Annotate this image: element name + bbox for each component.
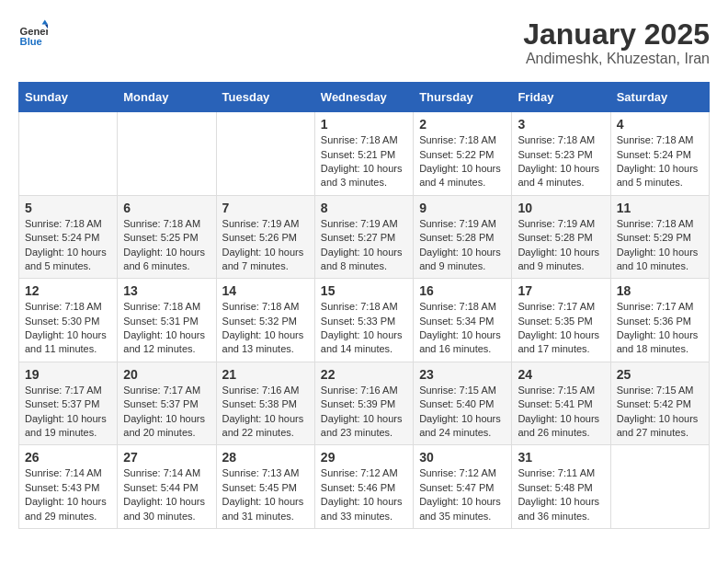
calendar-cell: 25Sunrise: 7:15 AM Sunset: 5:42 PM Dayli… <box>610 362 709 445</box>
day-number: 20 <box>123 367 210 382</box>
cell-content: Sunrise: 7:17 AM Sunset: 5:35 PM Dayligh… <box>518 300 604 357</box>
cell-content: Sunrise: 7:18 AM Sunset: 5:29 PM Dayligh… <box>617 217 703 274</box>
title-block: January 2025 Andimeshk, Khuzestan, Iran <box>523 18 710 67</box>
cell-content: Sunrise: 7:14 AM Sunset: 5:43 PM Dayligh… <box>25 466 111 523</box>
calendar-subtitle: Andimeshk, Khuzestan, Iran <box>523 51 710 67</box>
calendar-cell: 24Sunrise: 7:15 AM Sunset: 5:41 PM Dayli… <box>512 362 610 445</box>
calendar-cell <box>19 112 118 196</box>
calendar-cell: 9Sunrise: 7:19 AM Sunset: 5:28 PM Daylig… <box>414 195 512 279</box>
day-number: 4 <box>617 117 703 132</box>
calendar-title: January 2025 <box>523 18 710 51</box>
calendar-cell: 30Sunrise: 7:12 AM Sunset: 5:47 PM Dayli… <box>414 445 512 529</box>
day-number: 18 <box>617 283 703 298</box>
cell-content: Sunrise: 7:18 AM Sunset: 5:33 PM Dayligh… <box>321 300 407 357</box>
cell-content: Sunrise: 7:18 AM Sunset: 5:32 PM Dayligh… <box>222 300 309 357</box>
day-number: 27 <box>123 450 210 465</box>
week-row: 26Sunrise: 7:14 AM Sunset: 5:43 PM Dayli… <box>19 445 710 529</box>
week-row: 1Sunrise: 7:18 AM Sunset: 5:21 PM Daylig… <box>19 112 710 196</box>
cell-content: Sunrise: 7:13 AM Sunset: 5:45 PM Dayligh… <box>222 466 309 523</box>
calendar-cell: 10Sunrise: 7:19 AM Sunset: 5:28 PM Dayli… <box>512 195 610 279</box>
calendar-cell: 12Sunrise: 7:18 AM Sunset: 5:30 PM Dayli… <box>19 279 118 362</box>
calendar-cell: 29Sunrise: 7:12 AM Sunset: 5:46 PM Dayli… <box>314 445 413 529</box>
cell-content: Sunrise: 7:18 AM Sunset: 5:23 PM Dayligh… <box>518 133 604 190</box>
calendar-cell: 1Sunrise: 7:18 AM Sunset: 5:21 PM Daylig… <box>314 112 413 196</box>
day-number: 6 <box>123 201 210 215</box>
header-cell-saturday: Saturday <box>610 83 709 112</box>
calendar-cell: 6Sunrise: 7:18 AM Sunset: 5:25 PM Daylig… <box>118 195 216 279</box>
day-number: 23 <box>419 367 506 382</box>
calendar-cell: 8Sunrise: 7:19 AM Sunset: 5:27 PM Daylig… <box>314 195 413 279</box>
cell-content: Sunrise: 7:15 AM Sunset: 5:40 PM Dayligh… <box>419 384 506 441</box>
cell-content: Sunrise: 7:19 AM Sunset: 5:27 PM Dayligh… <box>321 217 407 274</box>
page-header: General Blue January 2025 Andimeshk, Khu… <box>18 18 710 67</box>
day-number: 1 <box>321 117 407 132</box>
day-number: 9 <box>419 201 506 215</box>
cell-content: Sunrise: 7:19 AM Sunset: 5:28 PM Dayligh… <box>518 217 604 274</box>
day-number: 31 <box>518 450 604 465</box>
cell-content: Sunrise: 7:18 AM Sunset: 5:22 PM Dayligh… <box>419 133 506 190</box>
day-number: 17 <box>518 283 604 298</box>
day-number: 7 <box>222 201 309 215</box>
day-number: 11 <box>617 201 703 215</box>
week-row: 12Sunrise: 7:18 AM Sunset: 5:30 PM Dayli… <box>19 279 710 362</box>
day-number: 5 <box>25 201 111 215</box>
calendar-cell: 15Sunrise: 7:18 AM Sunset: 5:33 PM Dayli… <box>314 279 413 362</box>
header-cell-friday: Friday <box>512 83 610 112</box>
calendar-cell: 22Sunrise: 7:16 AM Sunset: 5:39 PM Dayli… <box>314 362 413 445</box>
day-number: 25 <box>617 367 703 382</box>
day-number: 21 <box>222 367 309 382</box>
logo: General Blue <box>18 18 48 48</box>
header-row: SundayMondayTuesdayWednesdayThursdayFrid… <box>19 83 710 112</box>
cell-content: Sunrise: 7:18 AM Sunset: 5:31 PM Dayligh… <box>123 300 210 357</box>
calendar-cell: 23Sunrise: 7:15 AM Sunset: 5:40 PM Dayli… <box>414 362 512 445</box>
day-number: 3 <box>518 117 604 132</box>
calendar-cell: 17Sunrise: 7:17 AM Sunset: 5:35 PM Dayli… <box>512 279 610 362</box>
calendar-cell: 5Sunrise: 7:18 AM Sunset: 5:24 PM Daylig… <box>19 195 118 279</box>
header-cell-sunday: Sunday <box>19 83 118 112</box>
cell-content: Sunrise: 7:16 AM Sunset: 5:38 PM Dayligh… <box>222 384 309 441</box>
calendar-cell: 20Sunrise: 7:17 AM Sunset: 5:37 PM Dayli… <box>118 362 216 445</box>
day-number: 12 <box>25 283 111 298</box>
svg-text:Blue: Blue <box>20 36 42 47</box>
day-number: 24 <box>518 367 604 382</box>
day-number: 13 <box>123 283 210 298</box>
header-cell-thursday: Thursday <box>414 83 512 112</box>
week-row: 19Sunrise: 7:17 AM Sunset: 5:37 PM Dayli… <box>19 362 710 445</box>
calendar-cell: 7Sunrise: 7:19 AM Sunset: 5:26 PM Daylig… <box>216 195 314 279</box>
day-number: 8 <box>321 201 407 215</box>
cell-content: Sunrise: 7:11 AM Sunset: 5:48 PM Dayligh… <box>518 466 604 523</box>
day-number: 28 <box>222 450 309 465</box>
calendar-cell: 31Sunrise: 7:11 AM Sunset: 5:48 PM Dayli… <box>512 445 610 529</box>
cell-content: Sunrise: 7:18 AM Sunset: 5:25 PM Dayligh… <box>123 217 210 274</box>
calendar-cell <box>118 112 216 196</box>
cell-content: Sunrise: 7:12 AM Sunset: 5:46 PM Dayligh… <box>321 466 407 523</box>
calendar-cell: 18Sunrise: 7:17 AM Sunset: 5:36 PM Dayli… <box>610 279 709 362</box>
week-row: 5Sunrise: 7:18 AM Sunset: 5:24 PM Daylig… <box>19 195 710 279</box>
calendar-cell: 2Sunrise: 7:18 AM Sunset: 5:22 PM Daylig… <box>414 112 512 196</box>
header-cell-wednesday: Wednesday <box>314 83 413 112</box>
day-number: 10 <box>518 201 604 215</box>
calendar-cell <box>216 112 314 196</box>
cell-content: Sunrise: 7:18 AM Sunset: 5:30 PM Dayligh… <box>25 300 111 357</box>
cell-content: Sunrise: 7:12 AM Sunset: 5:47 PM Dayligh… <box>419 466 506 523</box>
calendar-cell: 14Sunrise: 7:18 AM Sunset: 5:32 PM Dayli… <box>216 279 314 362</box>
calendar-cell: 27Sunrise: 7:14 AM Sunset: 5:44 PM Dayli… <box>118 445 216 529</box>
cell-content: Sunrise: 7:14 AM Sunset: 5:44 PM Dayligh… <box>123 466 210 523</box>
cell-content: Sunrise: 7:16 AM Sunset: 5:39 PM Dayligh… <box>321 384 407 441</box>
calendar-table: SundayMondayTuesdayWednesdayThursdayFrid… <box>18 82 710 529</box>
cell-content: Sunrise: 7:18 AM Sunset: 5:34 PM Dayligh… <box>419 300 506 357</box>
cell-content: Sunrise: 7:15 AM Sunset: 5:42 PM Dayligh… <box>617 384 703 441</box>
cell-content: Sunrise: 7:17 AM Sunset: 5:36 PM Dayligh… <box>617 300 703 357</box>
cell-content: Sunrise: 7:18 AM Sunset: 5:24 PM Dayligh… <box>25 217 111 274</box>
calendar-cell: 11Sunrise: 7:18 AM Sunset: 5:29 PM Dayli… <box>610 195 709 279</box>
day-number: 22 <box>321 367 407 382</box>
header-cell-tuesday: Tuesday <box>216 83 314 112</box>
header-cell-monday: Monday <box>118 83 216 112</box>
day-number: 29 <box>321 450 407 465</box>
svg-marker-2 <box>42 20 48 25</box>
cell-content: Sunrise: 7:18 AM Sunset: 5:21 PM Dayligh… <box>321 133 407 190</box>
day-number: 30 <box>419 450 506 465</box>
day-number: 26 <box>25 450 111 465</box>
svg-text:General: General <box>20 26 48 37</box>
calendar-cell: 16Sunrise: 7:18 AM Sunset: 5:34 PM Dayli… <box>414 279 512 362</box>
